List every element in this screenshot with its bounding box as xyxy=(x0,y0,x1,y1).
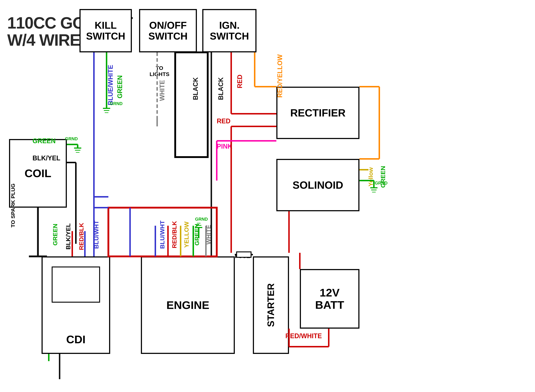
battery-component: 12VBATT xyxy=(300,269,359,329)
green-engine-label: GREEN xyxy=(193,224,201,246)
blu-wht-cdi-label: BLU/WHT xyxy=(93,220,100,249)
to-spark-plug-label: TO SPARK PLUG xyxy=(10,213,16,228)
fuse-label: FUSE xyxy=(235,253,250,259)
green-coil-label: GREEN xyxy=(33,137,56,145)
red-blk-engine-label: RED/BLK xyxy=(171,221,178,248)
grnd-engine-label: GRND xyxy=(195,217,208,222)
yellow-solinoid-label: Yellow xyxy=(367,167,374,187)
to-lights-label: TOLIGHTS xyxy=(150,65,169,77)
red-yellow-wire-label: RED/YELLOW xyxy=(276,54,284,98)
grnd-coil-label: GRND xyxy=(65,136,78,141)
pink-rectifier-label: PINK xyxy=(217,143,232,150)
green-cdi-label: GREEN xyxy=(52,224,59,246)
black-onoff-wire-label: BLACK xyxy=(192,77,199,100)
red-blk-cdi-label: RED/BLK xyxy=(78,223,85,250)
svg-rect-8 xyxy=(175,52,208,157)
blu-wht-engine-label: BLU/WHT xyxy=(159,220,166,249)
grnd-solinoid-label: GRND xyxy=(375,181,388,186)
white-wire-label: WHITE xyxy=(158,80,166,101)
red-ign-wire-label: RED xyxy=(236,75,244,88)
rectifier-component: RECTIFIER xyxy=(276,87,359,139)
blk-yel-cdi-label: BLK/YEL xyxy=(65,223,72,250)
starter-component: STARTER xyxy=(253,257,289,354)
ign-switch-component: IGN.SWITCH xyxy=(202,9,257,52)
white-engine-label: WHITE xyxy=(205,225,212,245)
wiring-diagram: 110CC GO KART W/4 WIRE CDI COIL CDI ENGI… xyxy=(0,0,535,392)
yellow-engine-label: YELLOW xyxy=(183,222,190,248)
red-white-batt-label: RED/WHITE xyxy=(285,332,322,340)
coil-component: COIL xyxy=(9,139,67,208)
grnd-kill-label: GRND xyxy=(110,101,123,106)
blue-white-wire-label: BLUE/WHITE xyxy=(107,65,114,105)
engine-component: ENGINE xyxy=(141,257,235,354)
blk-yel-coil-label: BLK/YEL xyxy=(33,154,60,162)
red-rectifier-label: RED xyxy=(217,117,230,125)
cdi-component: CDI xyxy=(42,257,110,354)
black-ign-wire-label: BLACK xyxy=(217,77,225,100)
kill-switch-component: KILLSWITCH xyxy=(80,9,132,52)
green-wire-kill-label: GREEN xyxy=(116,75,124,98)
solinoid-component: SOLINOID xyxy=(276,159,359,211)
onoff-switch-component: ON/OFFSWITCH xyxy=(139,9,197,52)
